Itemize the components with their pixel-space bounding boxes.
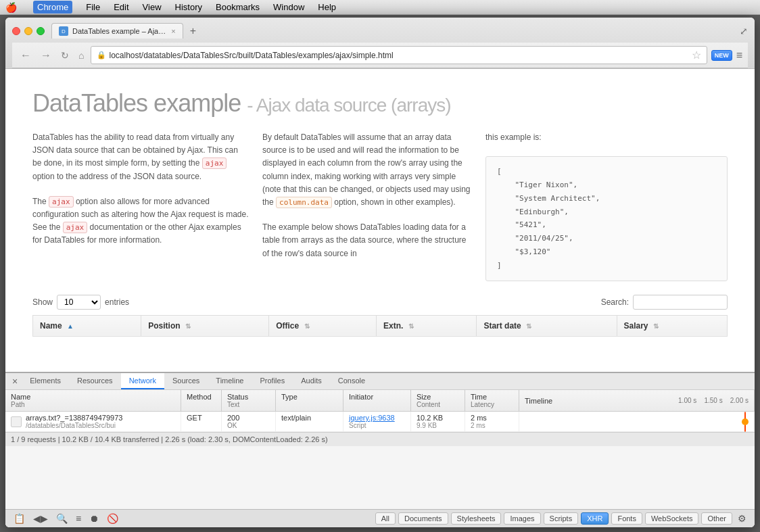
- tab-timeline[interactable]: Timeline: [208, 373, 252, 389]
- network-col-timeline: Timeline 1.00 s 1.50 s 2.00 s: [519, 390, 755, 411]
- record-button[interactable]: ⏺: [87, 512, 101, 525]
- minimize-window-button[interactable]: [24, 27, 32, 35]
- network-summary: 1 / 9 requests | 10.2 KB / 10.4 KB trans…: [5, 432, 755, 446]
- network-cell-timeline: [519, 412, 755, 431]
- tab-favicon: D: [59, 26, 68, 36]
- initiator-link[interactable]: jquery.js:9638: [349, 414, 395, 422]
- filter-images[interactable]: Images: [504, 512, 540, 525]
- network-cell-method: GET: [181, 412, 222, 431]
- search-label: Search:: [601, 297, 629, 307]
- tab-elements[interactable]: Elements: [22, 373, 69, 389]
- para5: this example is:: [485, 131, 728, 144]
- show-entries: Show 10 25 50 100 entries: [32, 295, 129, 310]
- datatable: Name ▲ Position ⇅ Office ⇅ Extn. ⇅ Start…: [32, 315, 728, 337]
- network-col-initiator: Initiator: [343, 390, 411, 411]
- new-tab-button[interactable]: +: [186, 24, 200, 39]
- network-cell-initiator: jquery.js:9638 Script: [343, 412, 411, 431]
- inspect-button[interactable]: ◀▶: [30, 512, 51, 525]
- apple-icon: 🍎: [5, 2, 17, 13]
- para2: The ajax option also allows for more adv…: [32, 195, 249, 247]
- chrome-menu[interactable]: Chrome: [33, 1, 72, 14]
- page-title: DataTables example - Ajax data source (a…: [32, 89, 728, 118]
- ajax-code-inline2: ajax: [49, 196, 74, 208]
- network-panel: Name Path Method Status Text Type Initia…: [5, 390, 755, 509]
- devtools-bottom-bar: 📋 ◀▶ 🔍 ≡ ⏺ 🚫 All Documents Stylesheets I…: [5, 509, 755, 527]
- th-extn[interactable]: Extn. ⇅: [377, 315, 477, 336]
- title-bar: D DataTables example – Aja… × + ⤢ ← → ↻ …: [5, 18, 755, 69]
- th-office[interactable]: Office ⇅: [269, 315, 377, 336]
- list-button[interactable]: ≡: [73, 512, 84, 525]
- new-badge: NEW: [711, 50, 732, 61]
- network-cell-type: text/plain: [276, 412, 343, 431]
- devtools-settings-button[interactable]: ⚙: [735, 512, 749, 525]
- help-menu[interactable]: Help: [318, 2, 336, 12]
- show-entries-select[interactable]: 10 25 50 100: [57, 295, 101, 310]
- tab-console[interactable]: Console: [330, 373, 373, 389]
- maximize-window-button[interactable]: [37, 27, 45, 35]
- show-label: Show: [32, 297, 53, 307]
- search-button[interactable]: 🔍: [53, 512, 70, 525]
- page-content: DataTables example - Ajax data source (a…: [5, 69, 755, 372]
- devtools-panel: × Elements Resources Network Sources Tim…: [5, 372, 755, 527]
- close-window-button[interactable]: [12, 27, 20, 35]
- th-salary[interactable]: Salary ⇅: [617, 315, 728, 336]
- network-table-header: Name Path Method Status Text Type Initia…: [5, 390, 755, 412]
- filter-other[interactable]: Other: [701, 512, 732, 525]
- url-lock-icon: 🔒: [97, 51, 106, 59]
- tab-network[interactable]: Network: [121, 373, 164, 389]
- filter-websockets[interactable]: WebSockets: [645, 512, 699, 525]
- network-col-time: Time Latency: [465, 390, 519, 411]
- expand-button[interactable]: ⤢: [740, 26, 748, 37]
- view-menu[interactable]: View: [143, 2, 162, 12]
- entries-label: entries: [105, 297, 129, 307]
- network-col-status: Status Text: [222, 390, 276, 411]
- network-col-type: Type: [276, 390, 343, 411]
- th-position[interactable]: Position ⇅: [141, 315, 269, 336]
- search-area: Search:: [601, 295, 728, 310]
- traffic-lights: [12, 27, 45, 35]
- bookmarks-menu[interactable]: Bookmarks: [216, 2, 260, 12]
- tab-resources[interactable]: Resources: [69, 373, 121, 389]
- network-path: /datatables/DataTablesSrc/bui: [26, 422, 122, 429]
- search-input[interactable]: [633, 295, 728, 310]
- tab-audits[interactable]: Audits: [293, 373, 330, 389]
- left-column: DataTables has the ability to read data …: [32, 131, 249, 281]
- network-cell-status: 200 OK: [222, 412, 276, 431]
- history-menu[interactable]: History: [175, 2, 202, 12]
- filter-fonts[interactable]: Fonts: [611, 512, 642, 525]
- tab-sources[interactable]: Sources: [164, 373, 208, 389]
- filter-scripts[interactable]: Scripts: [544, 512, 579, 525]
- url-text: localhost/datatables/DataTablesSrc/built…: [109, 51, 691, 60]
- forward-button[interactable]: →: [38, 48, 54, 63]
- browser-menu-button[interactable]: ≡: [736, 49, 742, 62]
- reload-button[interactable]: ↻: [58, 49, 72, 62]
- network-col-size: Size Content: [411, 390, 465, 411]
- window-menu[interactable]: Window: [273, 2, 304, 12]
- devtools-tab-bar: × Elements Resources Network Sources Tim…: [5, 373, 755, 390]
- network-cell-name: arrays.txt?_=1388749479973 /datatables/D…: [5, 412, 181, 431]
- address-bar: ← → ↻ ⌂ 🔒 localhost/datatables/DataTable…: [12, 43, 748, 68]
- active-tab[interactable]: D DataTables example – Aja… ×: [51, 23, 183, 39]
- filter-stylesheets[interactable]: Stylesheets: [451, 512, 502, 525]
- filter-documents[interactable]: Documents: [398, 512, 448, 525]
- edit-menu[interactable]: Edit: [114, 2, 128, 12]
- clear-button[interactable]: 🚫: [104, 512, 121, 525]
- filter-xhr[interactable]: XHR: [581, 512, 609, 525]
- url-bar[interactable]: 🔒 localhost/datatables/DataTablesSrc/bui…: [91, 46, 707, 64]
- filter-all[interactable]: All: [375, 512, 396, 525]
- network-row: arrays.txt?_=1388749479973 /datatables/D…: [5, 412, 755, 432]
- home-button[interactable]: ⌂: [76, 49, 87, 62]
- file-menu[interactable]: File: [86, 2, 100, 12]
- dock-button[interactable]: 📋: [11, 512, 28, 525]
- ajax-code-inline: ajax: [202, 158, 227, 169]
- tab-close-button[interactable]: ×: [171, 27, 175, 35]
- th-startdate[interactable]: Start date ⇅: [477, 315, 617, 336]
- network-filename: arrays.txt?_=1388749479973: [26, 414, 122, 422]
- devtools-close-button[interactable]: ×: [8, 373, 22, 389]
- back-button[interactable]: ←: [18, 48, 34, 63]
- th-name[interactable]: Name ▲: [33, 315, 141, 336]
- bookmark-star-icon[interactable]: ☆: [692, 49, 701, 62]
- tab-profiles[interactable]: Profiles: [252, 373, 293, 389]
- para4: The example below shows DataTables loadi…: [262, 221, 472, 260]
- tab-bar: D DataTables example – Aja… × +: [51, 23, 740, 39]
